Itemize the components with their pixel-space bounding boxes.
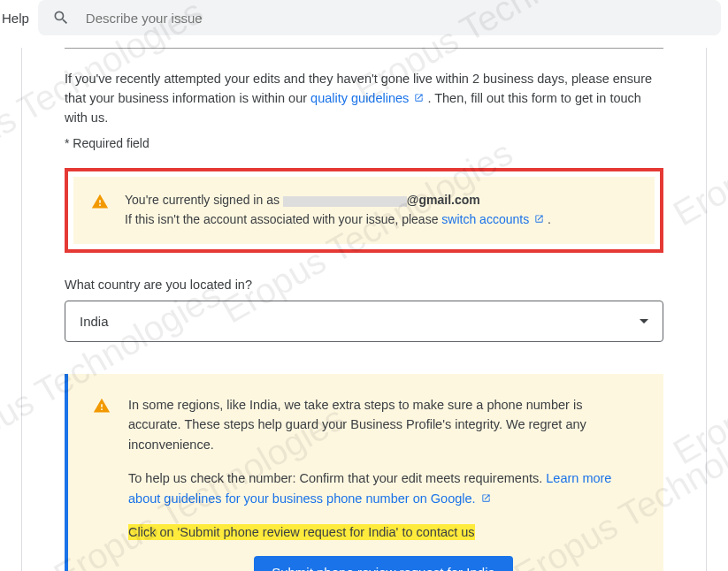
- signin-highlight-box: You're currently signed in as @gmail.com…: [65, 168, 663, 252]
- quality-guidelines-link[interactable]: quality guidelines: [310, 91, 427, 105]
- required-note: * Required field: [65, 136, 663, 150]
- signin-warning-box: You're currently signed in as @gmail.com…: [73, 177, 655, 243]
- highlight-instruction: Click on 'Submit phone review request fo…: [128, 524, 475, 540]
- external-link-icon: [481, 493, 491, 503]
- external-link-icon: [414, 93, 424, 103]
- info-para1: In some regions, like India, we take ext…: [128, 395, 639, 454]
- divider: [65, 48, 663, 49]
- search-box[interactable]: [38, 0, 721, 35]
- warning-icon: [93, 397, 111, 415]
- info-para2-before: To help us check the number: Confirm tha…: [128, 471, 546, 485]
- switch-suffix: .: [548, 212, 551, 226]
- chevron-down-icon: [640, 319, 648, 324]
- switch-prefix: If this isn't the account associated wit…: [125, 212, 441, 226]
- country-select[interactable]: India: [65, 301, 663, 342]
- email-domain: @gmail.com: [407, 193, 480, 207]
- help-label: Help: [0, 11, 29, 26]
- search-input[interactable]: [86, 11, 707, 26]
- email-redacted: [283, 196, 407, 207]
- country-label: What country are you located in?: [65, 278, 663, 292]
- switch-accounts-link[interactable]: switch accounts: [441, 212, 548, 226]
- country-value: India: [80, 314, 109, 329]
- warning-icon: [91, 193, 109, 210]
- submit-phone-review-button[interactable]: Submit phone review request for India: [254, 556, 513, 571]
- search-icon: [52, 9, 70, 27]
- info-panel: In some regions, like India, we take ext…: [65, 374, 663, 571]
- external-link-icon: [534, 214, 544, 224]
- intro-paragraph: If you've recently attempted your edits …: [65, 70, 663, 127]
- signin-prefix: You're currently signed in as: [125, 193, 280, 207]
